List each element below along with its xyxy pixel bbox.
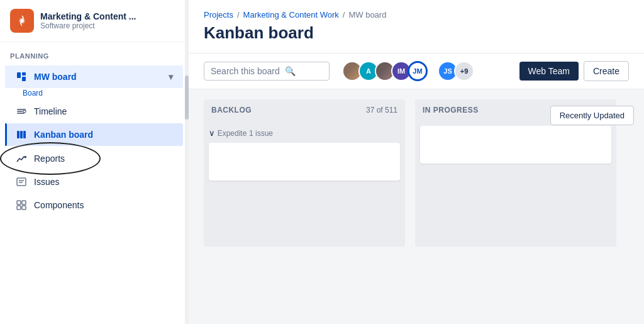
- sidebar-item-timeline[interactable]: Timeline: [5, 100, 183, 123]
- backlog-column: BACKLOG 37 of 511 ∨ Expedite 1 issue: [204, 99, 405, 314]
- sidebar-nav: PLANNING MW board ▾ Board: [0, 42, 188, 324]
- reports-icon: [15, 152, 28, 165]
- mw-board-label: MW board: [34, 72, 77, 82]
- svg-rect-7: [17, 113, 25, 114]
- svg-rect-6: [17, 111, 23, 112]
- expedite-text: Expedite: [218, 129, 247, 138]
- svg-rect-18: [22, 206, 26, 209]
- backlog-count: 37 of 511: [366, 106, 397, 115]
- toolbar-right: Web Team Create: [519, 61, 629, 81]
- svg-rect-11: [23, 131, 26, 138]
- expedite-label[interactable]: ∨ Expedite 1 issue: [209, 126, 400, 143]
- sidebar-header: Marketing & Content ... Software project: [0, 0, 188, 42]
- breadcrumb-current: MW board: [348, 10, 386, 20]
- svg-rect-16: [22, 201, 26, 204]
- backlog-header: BACKLOG 37 of 511: [204, 99, 405, 121]
- in-progress-column: IN PROGRESS 7 of 69: [415, 99, 616, 314]
- breadcrumb-marketing[interactable]: Marketing & Content Work: [243, 10, 339, 20]
- backlog-title: BACKLOG: [211, 106, 252, 115]
- planning-label: PLANNING: [0, 42, 188, 65]
- web-team-button[interactable]: Web Team: [519, 62, 579, 81]
- search-box[interactable]: Search this board 🔍: [204, 62, 330, 81]
- sidebar: Marketing & Content ... Software project…: [0, 0, 189, 324]
- project-name: Marketing & Content ...: [40, 11, 136, 21]
- board-icon: [15, 70, 28, 83]
- breadcrumb-projects[interactable]: Projects: [204, 10, 233, 20]
- svg-point-8: [23, 110, 26, 113]
- avatars-group2: JS +9: [438, 61, 474, 81]
- avatar-more[interactable]: +9: [454, 61, 474, 81]
- reports-label: Reports: [34, 154, 65, 164]
- toolbar: Search this board 🔍 A IM JM JS +9: [189, 53, 644, 89]
- timeline-label: Timeline: [34, 106, 67, 116]
- create-button[interactable]: Create: [584, 61, 629, 81]
- avatars-group: A IM JM: [342, 61, 428, 81]
- sidebar-item-issues[interactable]: Issues: [5, 170, 183, 193]
- sidebar-item-reports[interactable]: Reports: [5, 147, 183, 170]
- svg-rect-10: [20, 131, 23, 138]
- page-header: Projects / Marketing & Content Work / MW…: [189, 0, 644, 53]
- svg-rect-9: [17, 131, 19, 138]
- avatar-user5[interactable]: JM: [408, 61, 428, 81]
- sidebar-item-kanban[interactable]: Kanban board: [5, 123, 183, 146]
- search-placeholder-text: Search this board: [211, 66, 280, 76]
- components-label: Components: [34, 200, 84, 210]
- svg-rect-17: [17, 206, 21, 209]
- svg-rect-15: [17, 201, 21, 204]
- svg-rect-3: [22, 72, 26, 75]
- kanban-icon: [15, 128, 28, 141]
- card-placeholder-2: [420, 126, 611, 164]
- mw-board-sublabel: Board: [5, 89, 183, 98]
- in-progress-body: [415, 121, 616, 247]
- svg-rect-4: [22, 77, 26, 81]
- in-progress-title: IN PROGRESS: [423, 106, 479, 115]
- project-type: Software project: [40, 21, 136, 30]
- kanban-label: Kanban board: [34, 130, 93, 140]
- sidebar-item-mw-board[interactable]: MW board ▾: [5, 65, 183, 88]
- svg-rect-2: [17, 72, 21, 78]
- main-content: Projects / Marketing & Content Work / MW…: [189, 0, 644, 324]
- search-icon: 🔍: [285, 66, 296, 76]
- recently-updated-button[interactable]: Recently Updated: [550, 106, 634, 125]
- card-placeholder-1: [209, 143, 400, 181]
- breadcrumb: Projects / Marketing & Content Work / MW…: [204, 10, 629, 20]
- breadcrumb-sep2: /: [343, 10, 345, 20]
- sidebar-item-components[interactable]: Components: [5, 194, 183, 216]
- sidebar-project-info: Marketing & Content ... Software project: [40, 11, 136, 30]
- backlog-body: ∨ Expedite 1 issue: [204, 121, 405, 247]
- components-icon: [15, 199, 28, 211]
- page-title: Kanban board: [204, 23, 629, 43]
- svg-rect-12: [17, 178, 26, 186]
- issues-icon: [15, 176, 28, 188]
- breadcrumb-sep1: /: [237, 10, 240, 20]
- expedite-count: 1 issue: [249, 129, 273, 138]
- chevron-down-icon: ▾: [169, 72, 173, 82]
- app-icon[interactable]: [10, 9, 34, 33]
- timeline-icon: [15, 105, 28, 118]
- issues-label: Issues: [34, 177, 59, 187]
